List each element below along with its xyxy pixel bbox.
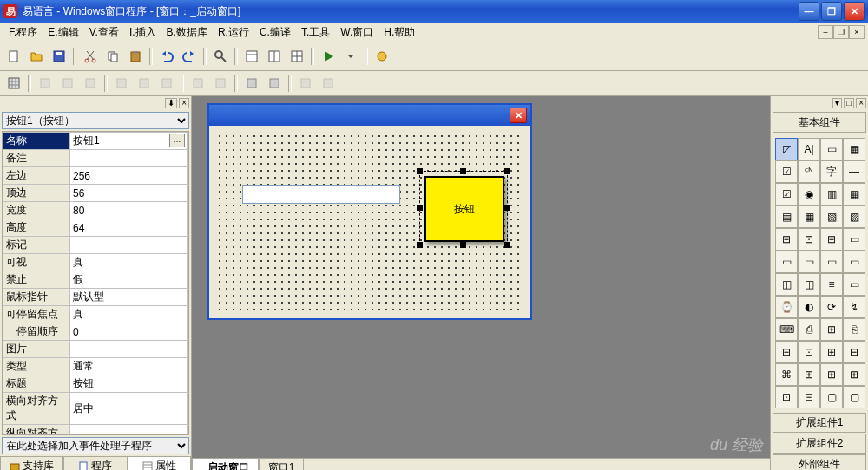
menu-insert[interactable]: I.插入	[124, 23, 161, 42]
find-icon[interactable]	[210, 46, 231, 67]
samew-icon[interactable]	[187, 73, 208, 94]
panel-dropdown-icon[interactable]: ▾	[832, 98, 842, 108]
palette-item[interactable]: ▭	[798, 251, 820, 273]
palette-item[interactable]: ⊞	[820, 341, 843, 363]
palette-item[interactable]: ☑	[775, 183, 798, 206]
palette-item[interactable]: ⊟	[798, 386, 820, 408]
prop-key[interactable]: 禁止	[3, 271, 70, 289]
palette-item[interactable]: ◸	[775, 138, 798, 160]
prop-value[interactable]: 通常	[70, 358, 188, 375]
atop-icon[interactable]	[111, 73, 132, 94]
palette-item[interactable]: ⎙	[798, 318, 820, 341]
prop-edit-button[interactable]: …	[169, 134, 185, 147]
palette-item[interactable]: ▭	[843, 251, 865, 273]
resize-handle[interactable]	[417, 168, 423, 174]
prop-key[interactable]: 备注	[3, 150, 70, 167]
mdi-close-button[interactable]: ×	[849, 25, 865, 39]
tab-properties[interactable]: 属性	[128, 457, 191, 470]
save-icon[interactable]	[49, 46, 69, 67]
mdi-minimize-button[interactable]: –	[818, 25, 833, 39]
paste-icon[interactable]	[125, 46, 146, 67]
resize-handle[interactable]	[417, 205, 423, 211]
prop-key[interactable]: 标记	[3, 237, 70, 254]
menu-view[interactable]: V.查看	[84, 23, 124, 42]
prop-key[interactable]: 顶边	[3, 185, 70, 202]
menu-program[interactable]: F.程序	[3, 23, 43, 42]
prop-key[interactable]: 可停留焦点	[3, 306, 70, 323]
palette-item[interactable]: ⊡	[775, 386, 798, 408]
dropdown-icon[interactable]	[340, 46, 361, 67]
prop-value[interactable]: 真	[70, 306, 188, 323]
tab-startup-window[interactable]: _启动窗口	[192, 459, 259, 470]
tab-program[interactable]: 程序	[63, 457, 127, 470]
palette-item[interactable]: ≡	[820, 273, 843, 296]
prop-value[interactable]: 56	[70, 185, 188, 202]
palette-item[interactable]: ▭	[843, 228, 865, 251]
sameh-icon[interactable]	[210, 73, 231, 94]
menu-edit[interactable]: E.编辑	[43, 23, 83, 42]
resize-handle[interactable]	[504, 205, 510, 211]
palette-item[interactable]: ☑	[775, 160, 798, 183]
layout3-icon[interactable]	[286, 46, 307, 67]
resize-handle[interactable]	[504, 168, 510, 174]
prop-key[interactable]: 横向对齐方式	[3, 393, 70, 425]
grid-icon[interactable]	[3, 73, 24, 94]
tab-support-lib[interactable]: 支持库	[0, 457, 63, 470]
menu-compile[interactable]: C.编译	[254, 23, 296, 42]
prop-key[interactable]: 左边	[3, 167, 70, 185]
vcenter-icon[interactable]	[264, 73, 285, 94]
copy-icon[interactable]	[102, 46, 123, 67]
acenter-icon[interactable]	[57, 73, 78, 94]
palette-item[interactable]: ⊟	[775, 341, 798, 363]
hcenter-icon[interactable]	[241, 73, 262, 94]
mdi-restore-button[interactable]: ❐	[833, 25, 849, 39]
panel-close-icon[interactable]: ×	[856, 98, 866, 108]
palette-item[interactable]: ⌚	[775, 296, 798, 318]
prop-value[interactable]: 默认型	[70, 289, 188, 306]
palette-item[interactable]: A|	[798, 138, 820, 160]
vspace-icon[interactable]	[318, 73, 339, 94]
prop-key[interactable]: 鼠标指针	[3, 289, 70, 306]
panel-pin-icon[interactable]: ⬍	[165, 98, 177, 108]
palette-item[interactable]: ▢	[843, 386, 865, 408]
palette-item[interactable]: ▦	[798, 206, 820, 228]
resize-handle[interactable]	[417, 242, 423, 248]
palette-item[interactable]: ᶜᴺ	[798, 160, 820, 183]
palette-item[interactable]: ◉	[798, 183, 820, 206]
palette-item[interactable]: ◫	[775, 273, 798, 296]
minimize-button[interactable]: —	[799, 2, 819, 21]
palette-item[interactable]: ⊡	[798, 341, 820, 363]
palette-item[interactable]: ⊡	[798, 228, 820, 251]
layout2-icon[interactable]	[264, 46, 285, 67]
palette-item[interactable]: ▦	[843, 138, 865, 160]
aright-icon[interactable]	[80, 73, 101, 94]
hspace-icon[interactable]	[295, 73, 316, 94]
palette-item[interactable]: ▥	[820, 183, 843, 206]
design-close-icon[interactable]: ✕	[510, 108, 527, 123]
event-selector[interactable]: 在此处选择加入事件处理子程序	[2, 437, 189, 454]
panel-layout-icon[interactable]: □	[844, 98, 854, 108]
amid-icon[interactable]	[134, 73, 155, 94]
palette-item[interactable]: ⊟	[775, 228, 798, 251]
palette-item[interactable]: ⌨	[775, 318, 798, 341]
palette-item[interactable]: ⊞	[820, 318, 843, 341]
resize-handle[interactable]	[460, 242, 466, 248]
prop-key[interactable]: 名称	[3, 133, 70, 150]
palette-item[interactable]: ▭	[820, 138, 843, 160]
palette-item[interactable]: ⊞	[820, 363, 843, 386]
palette-item[interactable]: ⊟	[843, 341, 865, 363]
prop-value[interactable]	[70, 150, 188, 167]
prop-value[interactable]: 按钮1…	[70, 133, 188, 150]
property-grid[interactable]: 名称按钮1…备注左边256顶边56宽度80高度64标记可视真禁止假鼠标指针默认型…	[2, 131, 189, 435]
object-selector[interactable]: 按钮1（按钮）	[2, 112, 189, 129]
prop-key[interactable]: 标题	[3, 375, 70, 393]
palette-item[interactable]: ▨	[843, 206, 865, 228]
prop-key[interactable]: 停留顺序	[3, 323, 70, 341]
prop-value[interactable]	[70, 341, 188, 358]
palette-item[interactable]: ⎘	[843, 318, 865, 341]
prop-value[interactable]: 0	[70, 323, 188, 341]
prop-value[interactable]: 256	[70, 167, 188, 185]
palette-item[interactable]: ▢	[820, 386, 843, 408]
abot-icon[interactable]	[156, 73, 177, 94]
prop-value[interactable]: 按钮	[70, 375, 188, 393]
